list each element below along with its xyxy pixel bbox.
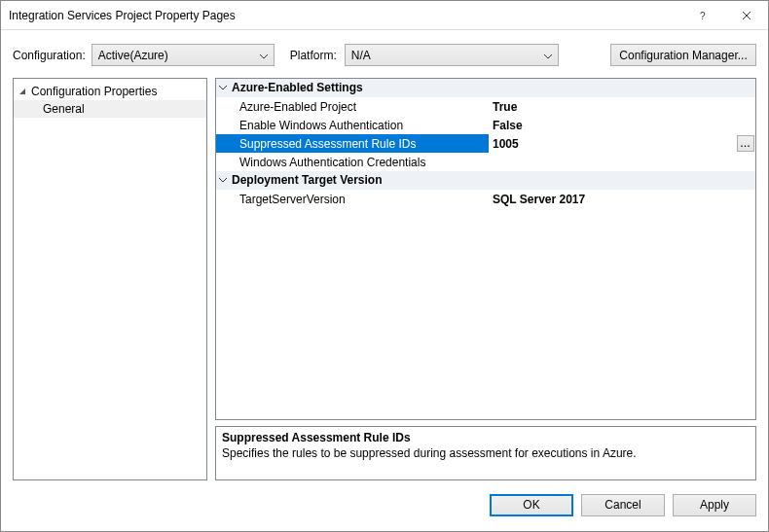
prop-value[interactable]: SQL Server 2017: [489, 190, 755, 208]
tree-node-configuration-properties[interactable]: Configuration Properties: [14, 83, 206, 100]
close-button[interactable]: [724, 1, 768, 30]
prop-enable-windows-auth[interactable]: Enable Windows Authentication False: [216, 116, 755, 134]
window-title: Integration Services Project Property Pa…: [1, 9, 680, 22]
prop-value[interactable]: True: [489, 97, 755, 116]
description-text: Specifies the rules to be suppressed dur…: [222, 446, 750, 460]
platform-dropdown[interactable]: N/A: [345, 44, 559, 66]
chevron-down-icon: [260, 49, 268, 62]
titlebar: Integration Services Project Property Pa…: [1, 1, 768, 30]
collapse-icon[interactable]: [18, 87, 27, 96]
configuration-bar: Configuration: Active(Azure) Platform: N…: [1, 30, 768, 78]
property-grid[interactable]: Azure-Enabled Settings Azure-Enabled Pro…: [215, 78, 756, 420]
platform-value: N/A: [351, 49, 371, 62]
category-deployment-target-version[interactable]: Deployment Target Version: [216, 171, 755, 190]
configuration-manager-button[interactable]: Configuration Manager...: [610, 44, 756, 66]
dialog-window: Integration Services Project Property Pa…: [0, 0, 769, 532]
cancel-button[interactable]: Cancel: [581, 494, 665, 516]
help-icon: ?: [698, 11, 708, 20]
main-area: Configuration Properties General Azure-E…: [1, 78, 768, 488]
tree-node-general[interactable]: General: [14, 100, 206, 118]
prop-value[interactable]: 1005 ...: [489, 134, 755, 153]
collapse-icon[interactable]: [218, 175, 228, 185]
ellipsis-button[interactable]: ...: [737, 135, 754, 152]
prop-windows-auth-credentials[interactable]: Windows Authentication Credentials: [216, 153, 755, 171]
ok-button[interactable]: OK: [490, 494, 573, 516]
prop-azure-enabled-project[interactable]: Azure-Enabled Project True: [216, 97, 755, 116]
prop-value[interactable]: [489, 153, 755, 171]
prop-target-server-version[interactable]: TargetServerVersion SQL Server 2017: [216, 190, 755, 208]
prop-value[interactable]: False: [489, 116, 755, 134]
configuration-value: Active(Azure): [98, 49, 168, 62]
platform-label: Platform:: [290, 49, 337, 62]
close-icon: [742, 11, 751, 20]
prop-suppressed-assessment-rule-ids[interactable]: Suppressed Assessment Rule IDs 1005 ...: [216, 134, 755, 153]
description-pane: Suppressed Assessment Rule IDs Specifies…: [215, 426, 756, 480]
right-column: Azure-Enabled Settings Azure-Enabled Pro…: [215, 78, 756, 480]
apply-button[interactable]: Apply: [673, 494, 756, 516]
chevron-down-icon: [544, 49, 552, 62]
description-title: Suppressed Assessment Rule IDs: [222, 431, 750, 444]
category-azure-enabled-settings[interactable]: Azure-Enabled Settings: [216, 79, 755, 97]
dialog-footer: OK Cancel Apply: [1, 488, 768, 531]
configuration-dropdown[interactable]: Active(Azure): [92, 44, 275, 66]
nav-tree[interactable]: Configuration Properties General: [13, 78, 207, 480]
collapse-icon[interactable]: [218, 83, 228, 92]
configuration-label: Configuration:: [13, 49, 86, 62]
svg-text:?: ?: [700, 11, 706, 20]
help-button[interactable]: ?: [680, 1, 724, 30]
